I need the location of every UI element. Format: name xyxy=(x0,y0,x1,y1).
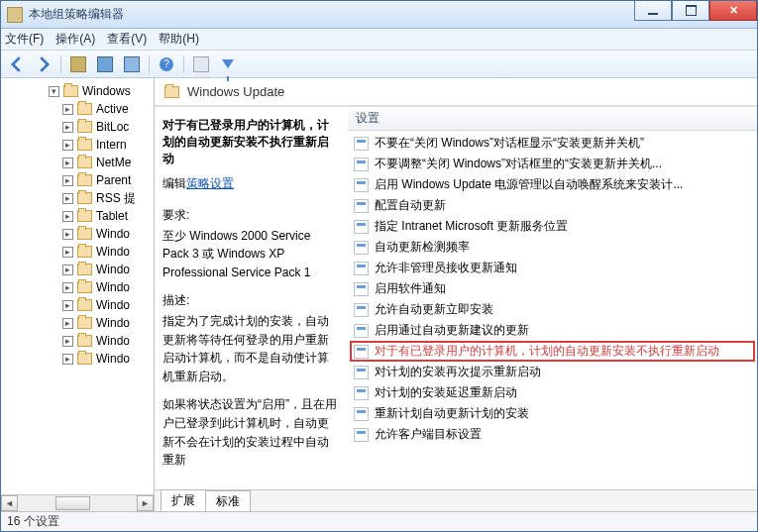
filter-button[interactable] xyxy=(216,53,240,75)
collapse-icon[interactable]: ▾ xyxy=(49,86,59,97)
minimize-button[interactable] xyxy=(634,1,672,21)
expand-icon[interactable]: ▸ xyxy=(62,282,73,293)
expand-icon[interactable]: ▸ xyxy=(62,211,73,222)
tree-item-label: Active xyxy=(96,102,129,116)
list-item[interactable]: 对计划的安装延迟重新启动 xyxy=(354,382,749,403)
folder-icon xyxy=(77,281,92,293)
menu-file[interactable]: 文件(F) xyxy=(5,31,44,48)
edit-prefix: 编辑 xyxy=(162,176,186,190)
policy-icon xyxy=(354,241,369,255)
list-item[interactable]: 对于有已登录用户的计算机，计划的自动更新安装不执行重新启动 xyxy=(350,341,755,362)
policy-icon xyxy=(354,366,369,379)
list-item[interactable]: 启用通过自动更新建议的更新 xyxy=(354,320,749,341)
expand-icon[interactable]: ▸ xyxy=(62,265,73,275)
list-item[interactable]: 不要调整“关闭 Windows”对话框里的“安装更新并关机... xyxy=(354,154,749,174)
help-button[interactable]: ? xyxy=(155,53,178,75)
list-item[interactable]: 启用 Windows Update 电源管理以自动唤醒系统来安装计... xyxy=(354,174,749,195)
tree-item[interactable]: ▸BitLoc xyxy=(1,118,154,136)
export-list-button[interactable] xyxy=(120,53,144,75)
expand-icon[interactable]: ▸ xyxy=(62,336,73,347)
tree-item[interactable]: ▸Windo xyxy=(1,332,154,350)
tree-item[interactable]: ▸Windo xyxy=(1,225,154,243)
list-item[interactable]: 配置自动更新 xyxy=(354,195,749,216)
list-item-label: 启用通过自动更新建议的更新 xyxy=(375,322,529,339)
close-button[interactable] xyxy=(709,1,757,21)
show-hide-tree-button[interactable] xyxy=(93,53,117,75)
list-item-label: 允许客户端目标设置 xyxy=(375,426,482,443)
nav-forward-button[interactable] xyxy=(32,53,55,75)
tree-item[interactable]: ▸Windo xyxy=(1,350,154,368)
tree-item[interactable]: ▸Windo xyxy=(1,314,154,332)
policy-icon xyxy=(354,386,369,400)
scroll-track[interactable] xyxy=(18,495,137,511)
expand-icon[interactable]: ▸ xyxy=(62,122,73,133)
tree-item-label: Windo xyxy=(96,245,130,259)
list-item-label: 允许自动更新立即安装 xyxy=(375,301,493,318)
menu-view[interactable]: 查看(V) xyxy=(107,31,147,48)
scroll-left-button[interactable]: ◄ xyxy=(1,495,18,511)
tab-standard[interactable]: 标准 xyxy=(205,490,251,511)
folder-icon xyxy=(77,192,92,204)
tree-item[interactable]: ▸Windo xyxy=(1,261,154,278)
tree-item[interactable]: ▸NetMe xyxy=(1,154,154,171)
list-item-label: 重新计划自动更新计划的安装 xyxy=(375,405,529,422)
list-item[interactable]: 重新计划自动更新计划的安装 xyxy=(354,403,749,424)
expand-icon[interactable]: ▸ xyxy=(62,158,73,168)
window-titlebar: 本地组策略编辑器 xyxy=(1,1,757,29)
list-item[interactable]: 允许自动更新立即安装 xyxy=(354,299,749,320)
edit-policy-link[interactable]: 策略设置 xyxy=(186,175,234,192)
expand-icon[interactable]: ▸ xyxy=(62,247,73,258)
list-item[interactable]: 自动更新检测频率 xyxy=(354,237,749,258)
tree-item[interactable]: ▸RSS 提 xyxy=(1,189,154,207)
list-item-label: 不要调整“关闭 Windows”对话框里的“安装更新并关机... xyxy=(375,156,662,172)
expand-icon[interactable]: ▸ xyxy=(62,104,73,115)
expand-icon[interactable]: ▸ xyxy=(62,193,73,204)
expand-icon[interactable]: ▸ xyxy=(62,318,73,329)
status-text: 16 个设置 xyxy=(7,513,59,530)
up-button[interactable] xyxy=(66,53,90,75)
properties-button[interactable] xyxy=(189,53,213,75)
list-item[interactable]: 对计划的安装再次提示重新启动 xyxy=(354,362,749,382)
policy-icon xyxy=(354,220,369,234)
tree-hscrollbar[interactable]: ◄ ► xyxy=(1,494,154,511)
scroll-right-button[interactable]: ► xyxy=(137,495,154,511)
toolbar: ? xyxy=(1,51,757,78)
scroll-thumb[interactable] xyxy=(55,496,90,510)
tab-extended[interactable]: 扩展 xyxy=(161,489,206,511)
toolbar-separator xyxy=(60,55,61,73)
list-item[interactable]: 不要在“关闭 Windows”对话框显示“安装更新并关机” xyxy=(354,133,749,154)
tree-item-root[interactable]: ▾ Windows xyxy=(1,82,154,100)
tree-item[interactable]: ▸Windo xyxy=(1,296,154,314)
list-item-label: 启用 Windows Update 电源管理以自动唤醒系统来安装计... xyxy=(375,176,683,193)
folder-icon xyxy=(77,210,92,222)
expand-icon[interactable]: ▸ xyxy=(62,354,73,365)
expand-icon[interactable]: ▸ xyxy=(62,229,73,240)
menu-action[interactable]: 操作(A) xyxy=(55,31,95,48)
tree-item[interactable]: ▸Windo xyxy=(1,278,154,296)
maximize-button[interactable] xyxy=(672,1,709,21)
policy-title: 对于有已登录用户的计算机，计划的自动更新安装不执行重新启动 xyxy=(162,117,340,167)
tree-item[interactable]: ▸Tablet xyxy=(1,207,154,225)
description-pane: 对于有已登录用户的计算机，计划的自动更新安装不执行重新启动 编辑策略设置 要求:… xyxy=(155,107,348,489)
list-item[interactable]: 指定 Intranet Microsoft 更新服务位置 xyxy=(354,216,749,237)
menu-help[interactable]: 帮助(H) xyxy=(159,31,199,48)
tree-item-label: NetMe xyxy=(96,156,131,169)
nav-tree[interactable]: ▾ Windows ▸Active▸BitLoc▸Intern▸NetMe▸Pa… xyxy=(1,78,155,511)
tree-item-label: Windo xyxy=(96,280,130,294)
expand-icon[interactable]: ▸ xyxy=(62,300,73,311)
expand-icon[interactable]: ▸ xyxy=(62,175,73,186)
tree-item-label: Tablet xyxy=(96,209,128,223)
folder-icon xyxy=(77,228,92,240)
nav-back-button[interactable] xyxy=(5,53,29,75)
tree-item[interactable]: ▸Active xyxy=(1,100,154,118)
folder-icon xyxy=(77,317,92,329)
tree-item[interactable]: ▸Parent xyxy=(1,171,154,189)
expand-icon[interactable]: ▸ xyxy=(62,140,73,151)
list-item[interactable]: 允许非管理员接收更新通知 xyxy=(354,258,749,278)
tree-item[interactable]: ▸Intern xyxy=(1,136,154,154)
description-p1: 指定为了完成计划的安装，自动更新将等待任何登录的用户重新启动计算机，而不是自动使… xyxy=(162,312,340,385)
list-column-header[interactable]: 设置 xyxy=(348,107,757,131)
tree-item[interactable]: ▸Windo xyxy=(1,243,154,261)
list-item[interactable]: 启用软件通知 xyxy=(354,278,749,299)
list-item[interactable]: 允许客户端目标设置 xyxy=(354,424,749,445)
